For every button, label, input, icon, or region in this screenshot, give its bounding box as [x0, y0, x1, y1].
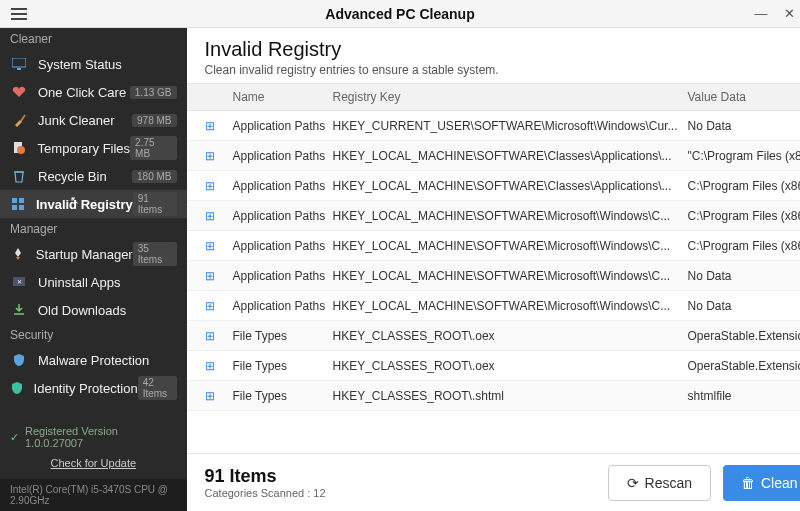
row-value: C:\Program Files (x86)\CleverFile... [687, 179, 800, 193]
sidebar-item-malware-protection[interactable]: Malware Protection [0, 346, 187, 374]
sidebar-item-badge: 42 Items [138, 376, 177, 400]
svg-rect-7 [19, 198, 24, 203]
row-key: HKEY_LOCAL_MACHINE\SOFTWARE\Classes\Appl… [333, 179, 688, 193]
section-cleaner: Cleaner [0, 28, 187, 50]
sidebar-item-label: Junk Cleaner [38, 113, 132, 128]
table-row[interactable]: ⊞Application PathsHKEY_LOCAL_MACHINE\SOF… [187, 231, 800, 261]
table-row[interactable]: ⊞Application PathsHKEY_LOCAL_MACHINE\SOF… [187, 291, 800, 321]
row-value: shtmlfile [687, 389, 800, 403]
page-title: Invalid Registry [205, 38, 800, 61]
row-key: HKEY_LOCAL_MACHINE\SOFTWARE\Microsoft\Wi… [333, 239, 688, 253]
registry-row-icon: ⊞ [205, 119, 215, 133]
sidebar-item-junk-cleaner[interactable]: Junk Cleaner 978 MB [0, 106, 187, 134]
footer-bar: 91 Items Categories Scanned : 12 ⟳ Resca… [187, 453, 800, 511]
registered-text: Registered Version 1.0.0.27007 [25, 425, 177, 449]
close-button[interactable]: ✕ [782, 6, 796, 21]
registry-row-icon: ⊞ [205, 149, 215, 163]
categories-scanned: Categories Scanned : 12 [205, 487, 596, 499]
registry-row-icon: ⊞ [205, 389, 215, 403]
row-key: HKEY_CLASSES_ROOT\.shtml [333, 389, 688, 403]
sidebar-item-label: Temporary Files [38, 141, 130, 156]
row-value: No Data [687, 119, 800, 133]
heart-icon [10, 85, 28, 99]
sidebar-item-badge: 2.75 MB [130, 136, 176, 160]
row-name: Application Paths [233, 179, 333, 193]
minimize-button[interactable]: — [754, 6, 768, 21]
shield-icon [10, 353, 28, 367]
row-key: HKEY_CURRENT_USER\SOFTWARE\Microsoft\Win… [333, 119, 688, 133]
sidebar-item-label: System Status [38, 57, 177, 72]
column-value-data: Value Data [687, 90, 800, 104]
svg-rect-1 [17, 68, 21, 70]
table-row[interactable]: ⊞File TypesHKEY_CLASSES_ROOT\.oexOperaSt… [187, 321, 800, 351]
svg-rect-0 [12, 58, 26, 67]
rocket-icon [10, 247, 26, 261]
identity-icon [10, 381, 24, 395]
table-row[interactable]: ⊞File TypesHKEY_CLASSES_ROOT\.oexOperaSt… [187, 351, 800, 381]
registry-row-icon: ⊞ [205, 209, 215, 223]
download-icon [10, 303, 28, 317]
table-row[interactable]: ⊞Application PathsHKEY_LOCAL_MACHINE\SOF… [187, 141, 800, 171]
table-row[interactable]: ⊞File TypesHKEY_CLASSES_ROOT\.shtmlshtml… [187, 381, 800, 411]
cursor-icon: ↖ [70, 194, 79, 207]
svg-rect-8 [12, 205, 17, 210]
sidebar-item-label: Uninstall Apps [38, 275, 177, 290]
svg-rect-6 [12, 198, 17, 203]
column-registry-key: Registry Key [333, 90, 688, 104]
row-value: No Data [687, 269, 800, 283]
row-value: C:\Program Files (x86)\CleverFile... [687, 239, 800, 253]
row-value: "C:\Program Files (x86)\CleverFil... [687, 149, 800, 163]
svg-rect-9 [19, 205, 24, 210]
row-value: OperaStable.Extension [687, 329, 800, 343]
cpu-info: Intel(R) Core(TM) i5-3470S CPU @ 2.90GHz [0, 479, 187, 511]
section-security: Security [0, 324, 187, 346]
menu-icon[interactable] [0, 8, 28, 20]
table-row[interactable]: ⊞Application PathsHKEY_LOCAL_MACHINE\SOF… [187, 261, 800, 291]
uninstall-icon: ✕ [10, 275, 28, 289]
sidebar-item-badge: 180 MB [132, 170, 176, 183]
table-header: Name Registry Key Value Data [187, 83, 800, 111]
registry-row-icon: ⊞ [205, 179, 215, 193]
sidebar-item-label: Old Downloads [38, 303, 177, 318]
sidebar-item-label: Startup Manager [36, 247, 133, 262]
refresh-icon: ⟳ [627, 475, 639, 491]
registry-icon [10, 197, 26, 211]
table-body[interactable]: ⊞Application PathsHKEY_CURRENT_USER\SOFT… [187, 111, 800, 453]
sidebar-item-badge: 978 MB [132, 114, 176, 127]
check-icon: ✓ [10, 431, 19, 444]
row-name: Application Paths [233, 149, 333, 163]
sidebar-item-temporary-files[interactable]: Temporary Files 2.75 MB [0, 134, 187, 162]
rescan-label: Rescan [645, 475, 692, 491]
row-name: Application Paths [233, 299, 333, 313]
clean-now-label: Clean Now [761, 475, 800, 491]
row-key: HKEY_LOCAL_MACHINE\SOFTWARE\Microsoft\Wi… [333, 269, 688, 283]
registry-row-icon: ⊞ [205, 329, 215, 343]
row-key: HKEY_LOCAL_MACHINE\SOFTWARE\Classes\Appl… [333, 149, 688, 163]
row-key: HKEY_LOCAL_MACHINE\SOFTWARE\Microsoft\Wi… [333, 299, 688, 313]
table-row[interactable]: ⊞Application PathsHKEY_CURRENT_USER\SOFT… [187, 111, 800, 141]
page-subtitle: Clean invalid registry entries to ensure… [205, 63, 800, 77]
rescan-button[interactable]: ⟳ Rescan [608, 465, 711, 501]
sidebar-item-startup-manager[interactable]: Startup Manager 35 Items [0, 240, 187, 268]
sidebar-item-old-downloads[interactable]: Old Downloads [0, 296, 187, 324]
row-value: C:\Program Files (x86)\CleverFile... [687, 209, 800, 223]
table-row[interactable]: ⊞Application PathsHKEY_LOCAL_MACHINE\SOF… [187, 171, 800, 201]
sidebar-item-label: One Click Care [38, 85, 130, 100]
sidebar-item-invalid-registry[interactable]: Invalid Registry ↖ 91 Items [0, 190, 187, 218]
sidebar-item-uninstall-apps[interactable]: ✕ Uninstall Apps [0, 268, 187, 296]
clean-now-button[interactable]: 🗑 Clean Now [723, 465, 800, 501]
sidebar: Cleaner System Status One Click Care 1.1… [0, 28, 187, 511]
row-name: File Types [233, 359, 333, 373]
sidebar-item-label: Identity Protection [34, 381, 138, 396]
row-name: File Types [233, 329, 333, 343]
sidebar-item-one-click-care[interactable]: One Click Care 1.13 GB [0, 78, 187, 106]
sidebar-item-recycle-bin[interactable]: Recycle Bin 180 MB [0, 162, 187, 190]
check-for-update-link[interactable]: Check for Update [0, 457, 187, 479]
table-row[interactable]: ⊞Application PathsHKEY_LOCAL_MACHINE\SOF… [187, 201, 800, 231]
clock-file-icon [10, 141, 28, 155]
sidebar-item-identity-protection[interactable]: Identity Protection 42 Items [0, 374, 187, 402]
row-key: HKEY_CLASSES_ROOT\.oex [333, 359, 688, 373]
sidebar-item-system-status[interactable]: System Status [0, 50, 187, 78]
registered-version: ✓ Registered Version 1.0.0.27007 [0, 417, 187, 457]
registry-row-icon: ⊞ [205, 299, 215, 313]
